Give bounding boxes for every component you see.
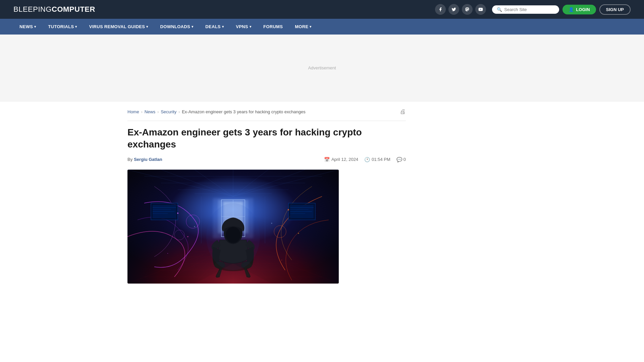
mastodon-icon[interactable] bbox=[462, 4, 473, 15]
search-bar: 🔍 bbox=[492, 5, 559, 14]
user-icon: 👤 bbox=[569, 7, 574, 12]
social-icons bbox=[435, 4, 486, 15]
svg-point-61 bbox=[187, 236, 189, 237]
author-link[interactable]: Sergiu Gatlan bbox=[134, 157, 162, 162]
svg-point-64 bbox=[298, 233, 299, 234]
breadcrumb-sep-1: › bbox=[141, 110, 143, 114]
logo-text-bold: COMPUTER bbox=[52, 5, 95, 13]
hero-svg bbox=[127, 170, 339, 284]
nav-label-news: NEWS bbox=[19, 24, 33, 29]
nav-item-news[interactable]: NEWS ▾ bbox=[13, 19, 42, 35]
nav-item-forums[interactable]: FORUMS bbox=[257, 19, 289, 35]
facebook-icon[interactable] bbox=[435, 4, 446, 15]
svg-point-59 bbox=[206, 203, 260, 270]
breadcrumb-links: Home › News › Security › Ex-Amazon engin… bbox=[127, 109, 306, 114]
svg-point-65 bbox=[281, 260, 282, 260]
site-logo[interactable]: BLEEPINGCOMPUTER bbox=[13, 5, 95, 14]
ad-placeholder-text: Advertisement bbox=[308, 65, 336, 70]
breadcrumb-home[interactable]: Home bbox=[127, 109, 139, 114]
breadcrumb-current: Ex-Amazon engineer gets 3 years for hack… bbox=[182, 109, 306, 114]
article-area: Home › News › Security › Ex-Amazon engin… bbox=[127, 102, 406, 290]
chevron-down-icon: ▾ bbox=[310, 25, 311, 28]
sidebar bbox=[416, 102, 517, 290]
article-author: By Sergiu Gatlan bbox=[127, 157, 162, 162]
article-time: 🕐 01:54 PM bbox=[364, 157, 390, 162]
nav-item-tutorials[interactable]: TUTORIALS ▾ bbox=[42, 19, 83, 35]
breadcrumb-sep-2: › bbox=[157, 110, 159, 114]
main-nav: NEWS ▾ TUTORIALS ▾ VIRUS REMOVAL GUIDES … bbox=[0, 19, 644, 35]
breadcrumb-news[interactable]: News bbox=[145, 109, 156, 114]
login-label: LOGIN bbox=[576, 7, 590, 12]
main-container: Home › News › Security › Ex-Amazon engin… bbox=[121, 102, 523, 290]
nav-item-vpns[interactable]: VPNS ▾ bbox=[230, 19, 257, 35]
signup-label: SIGN UP bbox=[606, 7, 624, 12]
meta-right: 📅 April 12, 2024 🕐 01:54 PM 💬 0 bbox=[324, 157, 406, 162]
print-icon[interactable]: 🖨 bbox=[400, 108, 406, 115]
login-button[interactable]: 👤 LOGIN bbox=[562, 5, 596, 14]
svg-point-60 bbox=[177, 213, 178, 214]
signup-button[interactable]: SIGN UP bbox=[599, 4, 631, 15]
article-hero-image bbox=[127, 170, 339, 284]
article-date: 📅 April 12, 2024 bbox=[324, 157, 358, 162]
logo-text-light: BLEEPING bbox=[13, 5, 52, 13]
search-input[interactable] bbox=[504, 7, 554, 12]
nav-label-tutorials: TUTORIALS bbox=[48, 24, 74, 29]
time-value: 01:54 PM bbox=[372, 157, 390, 162]
svg-point-66 bbox=[194, 226, 195, 227]
nav-item-virus[interactable]: VIRUS REMOVAL GUIDES ▾ bbox=[83, 19, 154, 35]
youtube-icon[interactable] bbox=[475, 4, 486, 15]
chevron-down-icon: ▾ bbox=[250, 25, 251, 28]
breadcrumb-security[interactable]: Security bbox=[161, 109, 176, 114]
comment-icon: 💬 bbox=[396, 157, 402, 162]
breadcrumb-sep-3: › bbox=[178, 110, 180, 114]
search-icon: 🔍 bbox=[497, 7, 502, 12]
chevron-down-icon: ▾ bbox=[34, 25, 36, 28]
chevron-down-icon: ▾ bbox=[192, 25, 193, 28]
svg-point-67 bbox=[271, 223, 272, 224]
breadcrumb: Home › News › Security › Ex-Amazon engin… bbox=[127, 108, 406, 121]
chevron-down-icon: ▾ bbox=[222, 25, 224, 28]
nav-item-more[interactable]: MORE ▾ bbox=[289, 19, 318, 35]
date-value: April 12, 2024 bbox=[331, 157, 358, 162]
nav-label-virus: VIRUS REMOVAL GUIDES bbox=[89, 24, 145, 29]
ad-banner: Advertisement bbox=[0, 35, 644, 102]
calendar-icon: 📅 bbox=[324, 157, 330, 162]
header-right: 🔍 👤 LOGIN SIGN UP bbox=[435, 4, 631, 15]
nav-label-forums: FORUMS bbox=[263, 24, 283, 29]
article-title: Ex-Amazon engineer gets 3 years for hack… bbox=[127, 126, 406, 151]
nav-label-downloads: DOWNLOADS bbox=[160, 24, 190, 29]
nav-label-vpns: VPNS bbox=[236, 24, 248, 29]
nav-label-deals: DEALS bbox=[205, 24, 221, 29]
comment-count[interactable]: 💬 0 bbox=[396, 157, 406, 162]
comment-count-value: 0 bbox=[404, 157, 406, 162]
article-meta: By Sergiu Gatlan 📅 April 12, 2024 🕐 01:5… bbox=[127, 157, 406, 162]
svg-point-63 bbox=[288, 209, 289, 210]
svg-point-62 bbox=[167, 253, 168, 254]
nav-item-downloads[interactable]: DOWNLOADS ▾ bbox=[154, 19, 200, 35]
by-label: By bbox=[127, 157, 132, 162]
nav-item-deals[interactable]: DEALS ▾ bbox=[199, 19, 230, 35]
chevron-down-icon: ▾ bbox=[75, 25, 77, 28]
clock-icon: 🕐 bbox=[364, 157, 370, 162]
chevron-down-icon: ▾ bbox=[146, 25, 148, 28]
site-header: BLEEPINGCOMPUTER 🔍 👤 LOGIN SIGN UP bbox=[0, 0, 644, 19]
twitter-icon[interactable] bbox=[448, 4, 459, 15]
nav-label-more: MORE bbox=[295, 24, 308, 29]
